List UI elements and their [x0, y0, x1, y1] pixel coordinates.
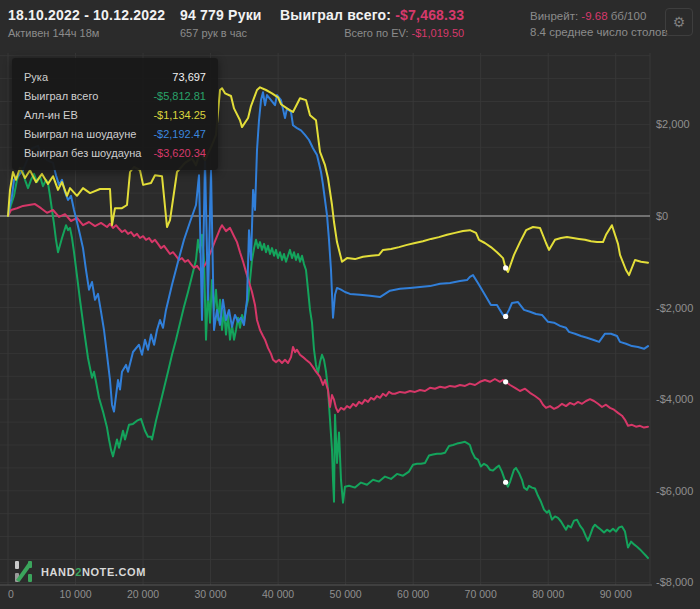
- tooltip-row-allin-ev: Алл-ин EВ -$1,134.25: [24, 105, 206, 124]
- tooltip-label: Рука: [24, 71, 48, 83]
- tooltip-value: 73,697: [172, 71, 206, 83]
- tooltip-value: -$1,134.25: [153, 109, 206, 121]
- avg-tables: 8.4 среднее число столов: [530, 26, 668, 38]
- tooltip-label: Выиграл на шоудауне: [24, 128, 136, 140]
- winrate-line: Винрейт: -9.68 бб/100: [530, 10, 668, 22]
- settings-button[interactable]: ⚙: [665, 8, 693, 36]
- gear-icon: ⚙: [673, 15, 686, 29]
- y-axis-tick-label: -$4,000: [656, 393, 693, 405]
- hands-total: 94 779 Руки: [180, 7, 262, 23]
- x-axis-tick-label: 30 000: [195, 588, 227, 600]
- logo-note: NOTE.COM: [82, 566, 146, 578]
- date-range: 18.10.2022 - 10.12.2022: [8, 7, 165, 23]
- hover-marker-dot: [503, 480, 508, 485]
- won-total-value: -$7,468.33: [395, 7, 464, 23]
- hover-marker-dot: [503, 314, 508, 319]
- x-axis-tick-label: 50 000: [330, 588, 362, 600]
- x-axis-tick-label: 40 000: [262, 588, 294, 600]
- hover-marker-dot: [503, 265, 508, 270]
- hover-marker-dot: [503, 379, 508, 384]
- y-axis-tick-label: -$2,000: [656, 302, 693, 314]
- hover-tooltip: Рука 73,697 Выиграл всего -$5,812.81 Алл…: [12, 58, 218, 170]
- tooltip-row-won-total: Выиграл всего -$5,812.81: [24, 86, 206, 105]
- ev-total-label: Всего по EV:: [344, 27, 411, 39]
- tooltip-row-showdown: Выиграл на шоудауне -$2,192.47: [24, 124, 206, 143]
- y-axis-tick-label: $0: [656, 210, 668, 222]
- winrate-block: Винрейт: -9.68 бб/100 8.4 среднее число …: [530, 7, 668, 38]
- x-axis-tick-label: 90 000: [600, 588, 632, 600]
- active-time: Активен 144ч 18м: [8, 27, 165, 39]
- winrate-units: бб/100: [608, 10, 647, 22]
- x-axis-tick-label: 20 000: [127, 588, 159, 600]
- hands-per-hour: 657 рук в час: [180, 27, 262, 39]
- tooltip-value: -$2,192.47: [153, 128, 206, 140]
- tooltip-label: Выиграл без шоудауна: [24, 147, 141, 159]
- x-axis-tick-label: 0: [8, 588, 14, 600]
- hand2note-graph-window: $2,000$0-$2,000-$4,000-$6,000-$8,000010 …: [0, 0, 700, 609]
- y-axis-tick-label: $2,000: [656, 118, 690, 130]
- logo-hand: HAND: [41, 566, 75, 578]
- hand2note-logo: HAND2NOTE.COM: [14, 561, 146, 582]
- x-axis-tick-label: 10 000: [59, 588, 91, 600]
- x-axis-tick-label: 60 000: [397, 588, 429, 600]
- winrate-label: Винрейт:: [530, 10, 581, 22]
- logo-2: 2: [75, 566, 82, 578]
- won-total-label: Выиграл всего:: [280, 7, 395, 23]
- tooltip-value: -$3,620.34: [153, 147, 206, 159]
- x-axis-tick-label: 70 000: [465, 588, 497, 600]
- hand2note-logo-text: HAND2NOTE.COM: [41, 566, 146, 578]
- winrate-value: -9.68: [581, 10, 607, 22]
- hand2note-logo-icon: [14, 561, 33, 582]
- ev-total-value: -$1,019.50: [412, 27, 465, 39]
- tooltip-label: Выиграл всего: [24, 90, 98, 102]
- won-total-block: Выиграл всего: -$7,468.33 Всего по EV: -…: [280, 7, 464, 39]
- hands-block: 94 779 Руки 657 рук в час: [180, 7, 262, 39]
- stats-header: 18.10.2022 - 10.12.2022 Активен 144ч 18м…: [0, 0, 700, 53]
- tooltip-row-non-showdown: Выиграл без шоудауна -$3,620.34: [24, 143, 206, 162]
- won-total-line: Выиграл всего: -$7,468.33: [280, 7, 464, 23]
- ev-total-line: Всего по EV: -$1,019.50: [280, 27, 464, 39]
- date-range-block: 18.10.2022 - 10.12.2022 Активен 144ч 18м: [8, 7, 165, 39]
- x-axis-tick-label: 80 000: [532, 588, 564, 600]
- tooltip-row-hand: Рука 73,697: [24, 67, 206, 86]
- tooltip-value: -$5,812.81: [153, 90, 206, 102]
- y-axis-tick-label: -$6,000: [656, 485, 693, 497]
- tooltip-label: Алл-ин EВ: [24, 109, 78, 121]
- y-axis-tick-label: -$8,000: [656, 576, 693, 588]
